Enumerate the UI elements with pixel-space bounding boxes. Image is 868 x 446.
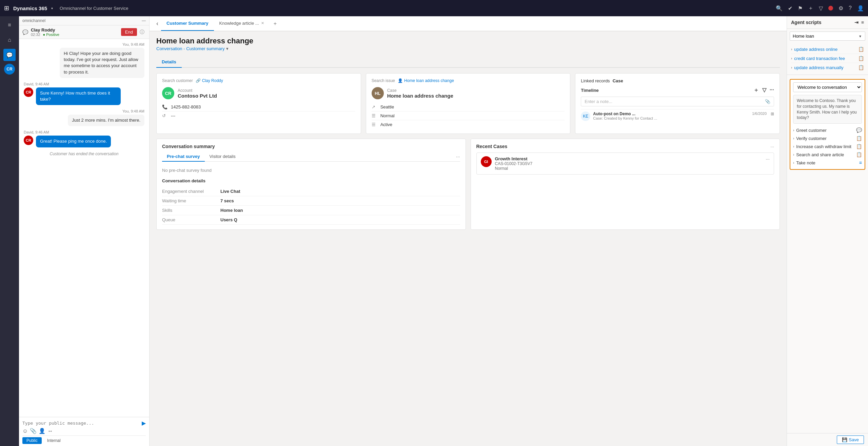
right-panel-list-icon[interactable]: ≡ — [861, 20, 864, 25]
save-button[interactable]: 💾 Save — [837, 435, 864, 444]
phone-icon: 📞 — [162, 104, 168, 109]
conv-detail-value-0: Live Chat — [220, 189, 240, 194]
welcome-script-text-box: Welcome to Contoso. Thank you for contac… — [793, 95, 862, 124]
conv-tabs-more-icon[interactable]: ··· — [456, 154, 460, 159]
agent-script-steps: › Greet customer 💬 › Verify customer 📋 ›… — [793, 126, 862, 166]
tab-knowledge-article[interactable]: Knowledge article ... ✕ — [214, 16, 270, 31]
step-icon-4[interactable]: ≡ — [859, 160, 862, 165]
step-greet-customer[interactable]: › Greet customer 💬 — [793, 126, 862, 134]
case-card: Search issue 👤 Home loan address change … — [366, 73, 571, 134]
case-status-field: ☰ Active — [372, 120, 565, 129]
case-priority-field: ☰ Normal — [372, 112, 565, 120]
case-link-icon: 👤 — [398, 78, 403, 83]
timeline-item-action-icon[interactable]: ⊞ — [771, 112, 774, 116]
step-verify-customer[interactable]: › Verify customer 📋 — [793, 135, 862, 142]
app-grid-icon[interactable]: ⊞ — [4, 4, 9, 12]
case-item-more-icon-0[interactable]: ··· — [766, 156, 770, 162]
script-item-credit-card[interactable]: › credit card transaction fee 📋 — [791, 54, 864, 63]
user-icon[interactable]: 👤 — [857, 5, 864, 12]
step-icon-1[interactable]: 📋 — [856, 136, 862, 141]
tab-add-button[interactable]: + — [270, 16, 281, 31]
help-icon[interactable]: ? — [849, 5, 852, 11]
timeline-add-icon[interactable]: ＋ — [753, 87, 759, 94]
chat-channel-icon: 💬 — [22, 29, 28, 35]
script-selector[interactable]: Home loan Credit card Address change — [790, 32, 865, 41]
end-button[interactable]: End — [121, 28, 137, 36]
msg-meta-4: David, 9:46 AM — [24, 130, 144, 134]
customer-phone-field: 📞 1425-882-8083 — [162, 103, 355, 112]
emoji-icon[interactable]: ☺ — [22, 428, 28, 434]
step-label-0: Greet customer — [796, 128, 827, 133]
customer-info-row: CR Account Contoso Pvt Ltd — [162, 87, 355, 99]
tab-close-icon[interactable]: ✕ — [261, 21, 264, 25]
search-issue-label: Search issue — [372, 78, 395, 83]
case-avatar: HL — [372, 87, 384, 99]
check-icon[interactable]: ✔ — [788, 5, 792, 12]
chat-input[interactable] — [22, 421, 140, 426]
tab-customer-summary[interactable]: Customer Summary — [161, 16, 214, 31]
right-panel-collapse-icon[interactable]: ⇥ — [854, 20, 859, 25]
script-item-action-0[interactable]: 📋 — [858, 46, 864, 52]
search-customer-label: Search customer — [162, 78, 193, 83]
script-item-action-2[interactable]: 📋 — [858, 65, 864, 70]
case-link[interactable]: 👤 Home loan address change — [398, 78, 454, 83]
chat-mode-bar: Public Internal — [22, 435, 146, 445]
collapse-channel-icon[interactable]: — — [142, 18, 146, 23]
chat-messages: You, 9:48 AM Hi Clay! Hope your are doin… — [19, 39, 149, 417]
customer-link[interactable]: 🔗 Clay Roddy — [196, 78, 223, 83]
sidebar-avatar[interactable]: CR — [4, 64, 15, 75]
sidebar-menu-icon[interactable]: ≡ — [3, 19, 16, 31]
customer-msg-row-4: CR Great! Please ping me once done. — [24, 136, 144, 147]
internal-mode-button[interactable]: Internal — [43, 437, 65, 444]
step-icon-3[interactable]: 📋 — [856, 152, 862, 157]
step-search-share[interactable]: › Search and share article 📋 — [793, 151, 862, 158]
welcome-script-selector[interactable]: Welcome to conversation — [793, 82, 862, 92]
app-chevron: ▾ — [51, 6, 53, 10]
step-take-note[interactable]: › Take note ≡ — [793, 159, 862, 166]
case-item-0: GI Growth Interest CAS-01002-T3G5V7 Norm… — [476, 153, 774, 175]
timeline-more-icon[interactable]: ··· — [770, 87, 774, 94]
chat-time: 02:32 — [31, 33, 40, 37]
visitor-details-tab[interactable]: Visitor details — [205, 152, 240, 162]
left-sidebar: ≡ ⌂ 💬 CR — [0, 16, 19, 446]
transfer-icon[interactable]: ↔ — [47, 428, 53, 434]
send-icon[interactable]: ▶ — [142, 420, 146, 426]
message-group-1: You, 9:48 AM Hi Clay! Hope your are doin… — [24, 42, 144, 78]
conversation-summary-card: Conversation summary Pre-chat survey Vis… — [156, 139, 466, 230]
step-icon-0[interactable]: 💬 — [856, 127, 862, 133]
script-item-update-online[interactable]: › update address online 📋 — [791, 45, 864, 54]
search-icon[interactable]: 🔍 — [776, 5, 783, 12]
message-group-4: David, 9:46 AM CR Great! Please ping me … — [24, 130, 144, 147]
chat-channel-bar: omnichannel — — [19, 16, 149, 25]
paperclip-icon: 📎 — [765, 99, 770, 104]
app-name: Dynamics 365 — [13, 5, 47, 11]
card-header-case: Search issue 👤 Home loan address change — [372, 78, 565, 83]
message-bubble-4: Great! Please ping me once done. — [36, 136, 111, 147]
timeline-note-input[interactable]: Enter a note... 📎 — [581, 97, 774, 106]
timeline-filter-icon[interactable]: ▽ — [762, 87, 766, 94]
mention-icon[interactable]: 👤 — [39, 428, 45, 434]
script-item-update-manually[interactable]: › update address manually 📋 — [791, 63, 864, 72]
conv-detail-label-3: Queue — [162, 217, 216, 222]
recent-cases-more-icon[interactable]: ··· — [770, 144, 774, 149]
pre-chat-survey-tab[interactable]: Pre-chat survey — [162, 152, 205, 162]
step-increase-cash[interactable]: › Increase cash withdraw limit 📋 — [793, 143, 862, 150]
script-item-action-1[interactable]: 📋 — [858, 56, 864, 61]
filter-icon[interactable]: ▽ — [819, 5, 823, 12]
breadcrumb-link[interactable]: Conversation - Customer summary — [156, 46, 225, 51]
top-nav-right: 🔍 ✔ ⚑ ＋ ▽ ⚙ ? 👤 — [776, 5, 864, 12]
details-tab-details[interactable]: Details — [156, 57, 182, 68]
page-title: Home loan address change — [156, 37, 780, 45]
sidebar-chat-icon[interactable]: 💬 — [3, 49, 16, 61]
public-mode-button[interactable]: Public — [22, 437, 42, 444]
linked-records-header: Linked records Case — [581, 78, 774, 83]
sidebar-home-icon[interactable]: ⌂ — [3, 34, 16, 46]
settings-icon[interactable]: ⚙ — [839, 5, 843, 12]
chat-info-icon[interactable]: ⓘ — [140, 29, 146, 35]
back-button[interactable]: ‹ — [154, 16, 161, 31]
plus-icon[interactable]: ＋ — [808, 5, 813, 12]
attachment-icon[interactable]: 📎 — [30, 428, 37, 434]
step-icon-2[interactable]: 📋 — [856, 144, 862, 149]
flag-icon[interactable]: ⚑ — [798, 5, 803, 12]
customer-avatar-4: CR — [24, 136, 33, 145]
